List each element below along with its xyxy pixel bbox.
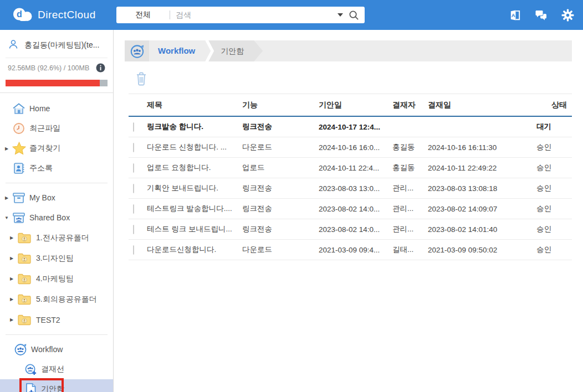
row-checkbox[interactable]	[133, 245, 134, 255]
table-row[interactable]: 테스트 링크 보내드립니... 링크전송 2023-08-02 14:0... …	[129, 219, 572, 240]
search-icon[interactable]	[349, 10, 359, 20]
row-function: 업로드	[242, 163, 319, 173]
row-draft-date: 2024-10-11 22:4...	[319, 164, 392, 172]
row-function: 다운로드	[242, 245, 319, 255]
star-icon	[11, 142, 27, 155]
column-status[interactable]: 상태	[536, 100, 572, 110]
table-body: 링크발송 합니다. 링크전송 2024-10-17 12:4... 대기 다운로…	[129, 117, 572, 260]
sidebar-item-favorites[interactable]: ▶ 즐겨찾기	[0, 138, 113, 158]
row-approval-date: 2024-10-11 22:49:22	[428, 164, 536, 172]
row-checkbox[interactable]	[133, 122, 134, 132]
table-row[interactable]: 다운로드신청합니다. 다운로드 2021-03-09 09:4... 길태...…	[129, 240, 572, 260]
row-status-badge: 승인	[536, 163, 572, 173]
user-icon	[8, 39, 19, 52]
toolbar	[135, 71, 583, 86]
expand-caret-icon[interactable]: ▶	[7, 297, 16, 302]
top-bar: d DirectCloud 전체 A	[0, 0, 583, 30]
sidebar-item-approval-line[interactable]: 결재선	[0, 359, 113, 379]
main-content: Workflow 기안함 제목 기능 기안일 결재자 결재일 상태 링크발송 합…	[114, 30, 583, 392]
row-approver: 관리...	[392, 183, 428, 193]
table-row[interactable]: 업로드 요청합니다. 업로드 2024-10-11 22:4... 홍길동 20…	[129, 158, 572, 178]
folder-item[interactable]: ▶ 4.마케팅팀	[0, 269, 113, 289]
expand-caret-icon[interactable]: ▶	[7, 317, 16, 322]
sidebar-item-shared-box[interactable]: ▼ Shared Box	[0, 208, 113, 228]
info-icon[interactable]	[96, 63, 105, 73]
shared-box-icon	[11, 212, 27, 224]
chat-messages-icon[interactable]	[535, 9, 548, 21]
expand-caret-icon[interactable]: ▶	[7, 235, 16, 240]
row-title[interactable]: 다운로드신청합니다.	[147, 245, 242, 255]
row-draft-date: 2023-08-03 13:0...	[319, 184, 392, 193]
sidebar-item-home[interactable]: Home	[0, 99, 113, 118]
expand-caret-icon[interactable]: ▶	[2, 146, 11, 151]
column-function[interactable]: 기능	[242, 100, 319, 110]
row-checkbox[interactable]	[133, 184, 134, 193]
table-row[interactable]: 테스트링크 발송합니다.... 링크전송 2023-08-02 14:0... …	[129, 199, 572, 219]
row-checkbox[interactable]	[133, 143, 134, 152]
delete-trash-icon[interactable]	[135, 71, 148, 86]
breadcrumb: Workflow 기안함	[125, 40, 572, 61]
sidebar-item-my-box[interactable]: ▶ My Box	[0, 188, 113, 208]
chevron-down-icon[interactable]	[337, 13, 343, 17]
row-title[interactable]: 기획안 보내드립니다.	[147, 183, 242, 193]
row-title[interactable]: 테스트링크 발송합니다....	[147, 204, 242, 214]
shared-folder-icon	[16, 314, 33, 326]
row-function: 링크전송	[242, 224, 319, 234]
sidebar-item-draft-box[interactable]: 기안함	[0, 379, 113, 392]
breadcrumb-workflow-icon[interactable]	[125, 40, 149, 61]
column-approver[interactable]: 결재자	[392, 100, 428, 110]
svg-text:A: A	[512, 12, 515, 18]
column-title[interactable]: 제목	[147, 100, 242, 110]
row-title[interactable]: 다운로드 신청합니다. ...	[147, 142, 242, 152]
folder-item[interactable]: ▶ 5.회의용공유폴더	[0, 289, 113, 310]
shared-folder-icon	[16, 252, 33, 265]
row-approval-date: 2021-03-09 09:50:02	[428, 246, 536, 254]
row-approval-date: 2023-08-03 13:08:18	[428, 184, 536, 193]
folder-item[interactable]: ▶ 3.디자인팀	[0, 248, 113, 269]
folder-item[interactable]: ▶ 1.전사공유폴더	[0, 228, 113, 248]
row-checkbox[interactable]	[133, 225, 134, 234]
settings-gear-icon[interactable]	[561, 9, 574, 22]
breadcrumb-workflow[interactable]: Workflow	[149, 40, 205, 61]
row-checkbox[interactable]	[133, 204, 134, 214]
row-function: 링크전송	[242, 122, 319, 132]
folder-item[interactable]: ▶ TEST2	[0, 310, 113, 330]
table-row[interactable]: 링크발송 합니다. 링크전송 2024-10-17 12:4... 대기	[129, 117, 572, 137]
draft-box-icon	[24, 383, 37, 392]
collapse-caret-icon[interactable]: ▼	[2, 215, 11, 220]
directcloud-logo[interactable]: d DirectCloud	[12, 7, 96, 24]
sidebar-item-workflow[interactable]: Workflow	[0, 339, 113, 359]
row-title[interactable]: 테스트 링크 보내드립니...	[147, 224, 242, 234]
row-status-badge: 승인	[536, 245, 572, 255]
row-function: 다운로드	[242, 142, 319, 152]
row-checkbox[interactable]	[133, 163, 134, 173]
row-approver: 관리...	[392, 224, 428, 234]
search-box: 전체	[116, 7, 365, 23]
row-status-badge: 승인	[536, 224, 572, 234]
row-approver: 홍길동	[392, 163, 428, 173]
expand-caret-icon[interactable]: ▶	[7, 256, 16, 261]
row-title[interactable]: 업로드 요청합니다.	[147, 163, 242, 173]
row-approval-date: 2024-10-16 16:11:30	[428, 143, 536, 152]
user-profile[interactable]: 홍길동(마케팅팀)(te...	[0, 30, 113, 58]
table-row[interactable]: 다운로드 신청합니다. ... 다운로드 2024-10-16 16:0... …	[129, 137, 572, 158]
table-row[interactable]: 기획안 보내드립니다. 링크전송 2023-08-03 13:0... 관리..…	[129, 178, 572, 199]
search-scope-select[interactable]: 전체	[116, 10, 170, 20]
row-approver: 홍길동	[392, 142, 428, 152]
row-title[interactable]: 링크발송 합니다.	[147, 122, 242, 132]
storage-info: 92.56MB (92.6%) / 100MB	[0, 58, 113, 73]
row-status-badge: 대기	[536, 122, 572, 132]
search-input[interactable]	[170, 11, 335, 19]
sidebar: 홍길동(마케팅팀)(te... 92.56MB (92.6%) / 100MB	[0, 30, 114, 392]
svg-text:d: d	[17, 9, 22, 19]
expand-caret-icon[interactable]: ▶	[2, 195, 11, 200]
shared-folder-icon	[16, 232, 33, 244]
sidebar-item-recent-files[interactable]: 최근파일	[0, 118, 113, 138]
expand-caret-icon[interactable]: ▶	[7, 276, 16, 281]
column-approval-date[interactable]: 결재일	[428, 100, 536, 110]
column-draft-date[interactable]: 기안일	[319, 100, 392, 110]
home-icon	[11, 102, 27, 115]
row-status-badge: 승인	[536, 204, 572, 214]
sidebar-item-address-book[interactable]: 주소록	[0, 158, 113, 178]
manual-guide-icon[interactable]: A	[509, 9, 521, 22]
